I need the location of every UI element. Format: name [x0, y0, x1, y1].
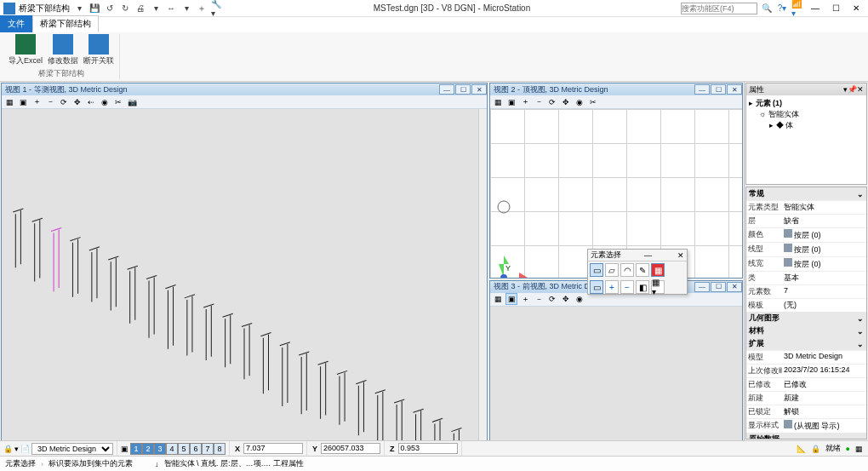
tb-pan[interactable]: ✥	[71, 96, 83, 108]
tab-file[interactable]: 文件	[0, 15, 32, 32]
prop-row[interactable]: 元素数7	[746, 284, 866, 298]
tb-zoomout[interactable]: －	[44, 96, 56, 108]
x-value[interactable]: 7.037	[243, 443, 303, 454]
sel-line[interactable]: ◠	[620, 263, 634, 277]
view1-min[interactable]: —	[439, 84, 454, 95]
prop-row[interactable]: 已修改已修改	[746, 377, 866, 391]
minimize-button[interactable]: —	[807, 3, 824, 14]
tb2-c[interactable]: ＋	[519, 96, 531, 108]
sec-material[interactable]: 材料⌄	[746, 325, 866, 337]
view1-max[interactable]: ☐	[455, 84, 471, 95]
view-toggle-2[interactable]: 2	[142, 443, 154, 455]
tb2-f[interactable]: ✥	[560, 96, 572, 108]
prop-row[interactable]: 层缺省	[746, 214, 866, 227]
break-link-button[interactable]: 断开关联	[83, 34, 114, 66]
tb2-a[interactable]: ▦	[492, 96, 504, 108]
prop-row[interactable]: 类基本	[746, 271, 866, 284]
tree-child[interactable]: 智能实体	[768, 110, 799, 118]
prop-row[interactable]: 线型按层 (0)	[746, 242, 866, 256]
element-select-palette[interactable]: 元素选择 — ✕ ▭ ▱ ◠ ✎ ▦ ▭ + − ◧ ▦ ▾	[587, 249, 688, 295]
tb3-c[interactable]: ＋	[519, 293, 531, 305]
palette-titlebar[interactable]: 元素选择 — ✕	[588, 250, 687, 261]
search-input[interactable]	[681, 3, 757, 14]
y-value[interactable]: 260057.033	[321, 443, 380, 454]
prop-row[interactable]: 线宽按层 (0)	[746, 256, 866, 271]
tb-camera[interactable]: 📷	[126, 96, 138, 108]
tb2-g[interactable]: ◉	[574, 96, 585, 108]
lock-icon[interactable]: 🔒	[811, 445, 820, 453]
view2-titlebar[interactable]: 视图 2 - 顶视图, 3D Metric Design — ☐ ✕	[490, 83, 742, 95]
view3-min[interactable]: —	[694, 282, 710, 292]
view-toggle-7[interactable]: 7	[202, 443, 214, 455]
sb-icon3[interactable]: 📄	[20, 445, 30, 453]
tb2-d[interactable]: －	[533, 96, 545, 108]
sb-icon2[interactable]: ▾	[14, 445, 19, 453]
snap-icon[interactable]: 📐	[797, 445, 806, 453]
qat-nav[interactable]: ↔	[165, 3, 177, 14]
qat-dropdown[interactable]: ▾	[73, 3, 85, 14]
status-cfg[interactable]: ▦	[855, 445, 863, 453]
prop-row[interactable]: 模型3D Metric Design	[746, 350, 866, 364]
notify-icon[interactable]: 📶▾	[791, 3, 803, 14]
prop-row[interactable]: 已锁定解锁	[746, 405, 866, 418]
tb-render[interactable]: ◉	[99, 96, 111, 108]
view1-vscroll[interactable]	[478, 109, 487, 467]
sel-sub[interactable]: −	[620, 280, 634, 294]
view-toggle-3[interactable]: 3	[154, 443, 166, 455]
prop-row[interactable]: 新建新建	[746, 391, 866, 405]
maximize-button[interactable]: ☐	[827, 3, 844, 14]
view1-titlebar[interactable]: 视图 1 - 等测视图, 3D Metric Design — ☐ ✕	[2, 83, 487, 95]
tab-substructure[interactable]: 桥梁下部结构	[32, 15, 99, 32]
tb3-d[interactable]: －	[533, 293, 545, 305]
view-toggle-4[interactable]: 4	[166, 443, 178, 455]
sel-mode[interactable]: ▦	[651, 263, 665, 277]
tb-clip[interactable]: ✂	[112, 96, 124, 108]
sel-lasso[interactable]: ✎	[636, 263, 649, 277]
prop-row[interactable]: 显示样式(从视图 导示)	[746, 418, 866, 433]
view2-min[interactable]: —	[694, 84, 710, 95]
views-icon[interactable]: ▣	[121, 445, 128, 453]
tb2-e[interactable]: ⟳	[546, 96, 558, 108]
qat-more2[interactable]: ▾	[180, 3, 192, 14]
tb3-f[interactable]: ✥	[560, 293, 572, 305]
tree-root[interactable]: 元素 (1)	[756, 99, 783, 107]
qat-add[interactable]: ＋	[196, 3, 208, 14]
view-window-1[interactable]: 视图 1 - 等测视图, 3D Metric Design — ☐ ✕ ▦ ▣ …	[1, 83, 488, 471]
view3-max[interactable]: ☐	[711, 282, 726, 292]
tb2-b[interactable]: ▣	[505, 96, 517, 108]
sel-new[interactable]: ▭	[590, 280, 603, 294]
sel-add[interactable]: +	[605, 280, 619, 294]
qat-redo[interactable]: ↻	[119, 3, 131, 14]
tb3-g[interactable]: ◉	[574, 293, 585, 305]
view-toggle-8[interactable]: 8	[214, 443, 226, 455]
tb-zoomfit[interactable]: ▣	[17, 96, 29, 108]
tb-zoomin[interactable]: ＋	[31, 96, 43, 108]
qat-print[interactable]: 🖨	[134, 3, 146, 14]
view-toggle-1[interactable]: 1	[130, 443, 142, 455]
sb-icon1[interactable]: 🔒	[3, 445, 13, 453]
view1-canvas[interactable]	[2, 109, 487, 471]
view1-close[interactable]: ✕	[471, 84, 487, 95]
sel-block[interactable]: ▱	[605, 263, 619, 277]
elements-tree[interactable]: ▸ 元素 (1) ☼ 智能实体 ▸ ◆ 体	[746, 95, 866, 134]
sel-clear[interactable]: ▦ ▾	[651, 280, 665, 294]
import-excel-button[interactable]: 导入Excel	[9, 34, 43, 66]
model-select[interactable]: 3D Metric Design	[31, 443, 113, 455]
tb3-a[interactable]: ▦	[492, 293, 504, 305]
close-button[interactable]: ✕	[848, 3, 865, 14]
sec-extend[interactable]: 扩展⌄	[746, 337, 866, 350]
tb-prev[interactable]: ⇠	[85, 96, 97, 108]
tb-rotate[interactable]: ⟳	[58, 96, 70, 108]
elements-panel-title[interactable]: 属性 ▾📌✕	[746, 83, 866, 95]
tb-display[interactable]: ▦	[3, 96, 15, 108]
view2-max[interactable]: ☐	[711, 84, 726, 95]
palette-close[interactable]: ✕	[675, 251, 687, 260]
sel-individual[interactable]: ▭	[590, 263, 603, 277]
sel-inv[interactable]: ◧	[636, 280, 649, 294]
prop-row[interactable]: 元素类型智能实体	[746, 200, 866, 214]
qat-save[interactable]: 💾	[89, 3, 100, 14]
prop-row[interactable]: 模板(无)	[746, 298, 866, 312]
prop-row[interactable]: 上次修改时间2023/7/20 16:15:24	[746, 364, 866, 377]
qat-more3[interactable]: 🔧▾	[211, 3, 223, 14]
qat-undo[interactable]: ↺	[104, 3, 116, 14]
